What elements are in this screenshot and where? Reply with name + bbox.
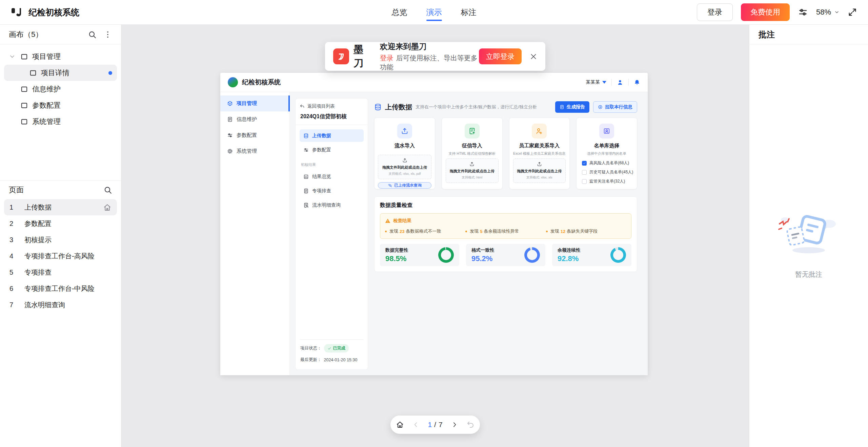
database-icon [374,103,382,111]
option-checkbox[interactable] [582,161,587,166]
empty-annotations-text: 暂无批注 [795,270,822,279]
app-brand: 纪检初核系统 [11,7,79,18]
back-to-project-list[interactable]: 返回项目列表 [300,103,364,109]
menu-flow-detail-query[interactable]: 流水明细查询 [300,199,364,211]
tree-item-project-management[interactable]: 项目管理 [4,48,117,65]
banner-subtitle: 登录后可使用标注、导出等更多功能 [380,54,479,72]
user-dropdown[interactable]: 某某某 [586,79,606,85]
tab-overview[interactable]: 总览 [392,0,407,25]
page-item-4[interactable]: 4 专项排查工作台-高风险 [4,248,117,264]
page-item-5[interactable]: 5 专项排查 [4,264,117,280]
dropzone-text: 拖拽文件到此处或点击上传 [382,165,427,170]
menu-special-check[interactable]: 专项排查 [300,185,364,197]
pull-bank-info-button[interactable]: 拉取本行信息 [593,101,637,113]
nav-label: 参数配置 [237,132,257,139]
frame-icon [20,53,28,61]
menu-label: 流水明细查询 [312,202,341,208]
project-name: 2024Q1信贷部初核 [300,113,363,120]
next-page-button[interactable] [451,421,458,428]
quality-alert: 检查结果 发现 23 条数据格式不一致 [380,213,631,239]
option-label: 监管关注名单(32人) [589,178,625,184]
option-regulator-watch[interactable]: 监管关注名单(32人) [582,178,631,184]
import-cards: 流水导入 支持 Excel、PDF 格式文件批量上传 拖拽文件到此处或点击上传 … [374,118,637,189]
document-search-icon [303,203,309,208]
nav-system-management[interactable]: 系统管理 [220,143,289,159]
uploaded-flow-query-button[interactable]: 已上传流水查询 [378,182,431,189]
option-high-risk[interactable]: 高风险人员名单(68人) [582,160,631,166]
section-label-results: 初核结果 [301,162,362,167]
login-now-button[interactable]: 立即登录 [479,48,522,64]
canvas-tree: 项目管理 项目详情 信息维护 参数配置 系统管理 [0,44,121,130]
caret-down-icon [602,81,606,84]
data-quality-card: 数据质量检查 检查结果 [374,196,637,272]
tree-item-label: 信息维护 [32,84,61,94]
page-number: 7 [9,301,20,309]
app-title: 纪检初核系统 [28,7,79,18]
restart-button[interactable] [466,421,475,429]
credit-dropzone[interactable]: 拖拽文件到此处或点击上传 支持格式: html [446,158,499,183]
tab-present[interactable]: 演示 [426,0,442,25]
check-icon [327,346,331,350]
option-checkbox[interactable] [582,170,587,175]
page-item-2[interactable]: 2 参数配置 [4,215,117,232]
menu-result-overview[interactable]: 结果总览 [300,170,364,183]
more-kebab-icon[interactable] [103,30,112,39]
zoom-control[interactable]: 58% [816,8,840,17]
tree-item-system-management[interactable]: 系统管理 [4,113,117,130]
canvas-header: 画布（5） [0,25,121,44]
finding-format: 发现 23 条数据格式不一致 [385,228,465,234]
current-page: 1 [428,421,432,429]
nav-project-management[interactable]: 项目管理 [220,95,289,111]
family-dropzone[interactable]: 拖拽文件到此处或点击上传 支持格式: xlsx, xls [513,158,566,183]
menu-label: 专项排查 [312,188,331,194]
prev-page-button[interactable] [412,421,419,428]
tree-item-project-detail[interactable]: 项目详情 [4,65,117,81]
menu-upload-data[interactable]: 上传数据 [300,129,364,142]
close-icon[interactable] [530,53,537,60]
card-list-library: 名单库选择 选择中介库管理内的名单 高风险人员名单(68人) [576,118,637,189]
free-use-button[interactable]: 免费使用 [741,3,790,21]
chevron-down-icon [9,53,16,60]
welcome-banner: 墨刀 欢迎来到墨刀 登录后可使用标注、导出等更多功能 立即登录 [325,42,545,71]
tree-item-info-maintenance[interactable]: 信息维护 [4,81,117,97]
home-button[interactable] [396,421,404,429]
dropzone-text: 拖拽文件到此处或点击上传 [517,169,562,174]
preview-header: 纪检初核系统 某某某 [220,73,648,92]
annotation-empty-state: 暂无批注 [749,210,868,279]
page-item-3[interactable]: 3 初核提示 [4,232,117,248]
option-history-suspect[interactable]: 历史可疑人员名单(45人) [582,169,631,175]
fullscreen-icon[interactable] [848,7,857,17]
empty-annotations-illustration [775,210,843,261]
page-indicator: 1 / 7 [428,421,442,429]
preview-sidebar: 项目管理 信息维护 参数配置 系统管理 [220,92,290,375]
report-icon [560,105,564,109]
upload-header: 上传数据 支持在一个项目中上传多个主体/账户数据，进行汇总/独立分析 生成报告 … [374,101,637,113]
page-item-1[interactable]: 1 上传数据 [4,199,117,215]
menu-param-config[interactable]: 参数配置 [300,144,364,156]
page-item-6[interactable]: 6 专项排查工作台-中风险 [4,280,117,297]
login-button[interactable]: 登录 [697,3,733,21]
bell-icon[interactable] [634,79,640,86]
flow-dropzone[interactable]: 拖拽文件到此处或点击上传 支持格式: xlsx, xls, pdf [378,155,431,179]
page-label: 专项排查 [24,268,52,277]
settings-sliders-icon[interactable] [798,7,808,17]
banner-login-link[interactable]: 登录 [380,54,393,62]
pages-title: 页面 [9,185,24,195]
pages-section: 页面 1 上传数据 2 参数配置 3 初核提示 4 专项排查工作台-高风险 5 … [0,180,121,313]
generate-report-button[interactable]: 生成报告 [555,101,589,113]
option-checkbox[interactable] [582,179,587,184]
dropzone-text: 拖拽文件到此处或点击上传 [450,169,494,174]
chevron-down-icon [834,9,840,15]
nav-param-config[interactable]: 参数配置 [220,127,289,143]
nav-info-maintenance[interactable]: 信息维护 [220,111,289,127]
search-icon[interactable] [88,30,97,39]
tab-annotate[interactable]: 标注 [461,0,477,25]
system-logo-icon [228,77,238,87]
tree-item-param-config[interactable]: 参数配置 [4,97,117,113]
search-icon[interactable] [103,186,112,194]
page-number: 5 [9,269,20,276]
page-navigator: 1 / 7 [390,416,480,434]
user-icon[interactable] [617,79,623,86]
page-item-7[interactable]: 7 流水明细查询 [4,297,117,313]
page-number: 6 [9,285,20,293]
